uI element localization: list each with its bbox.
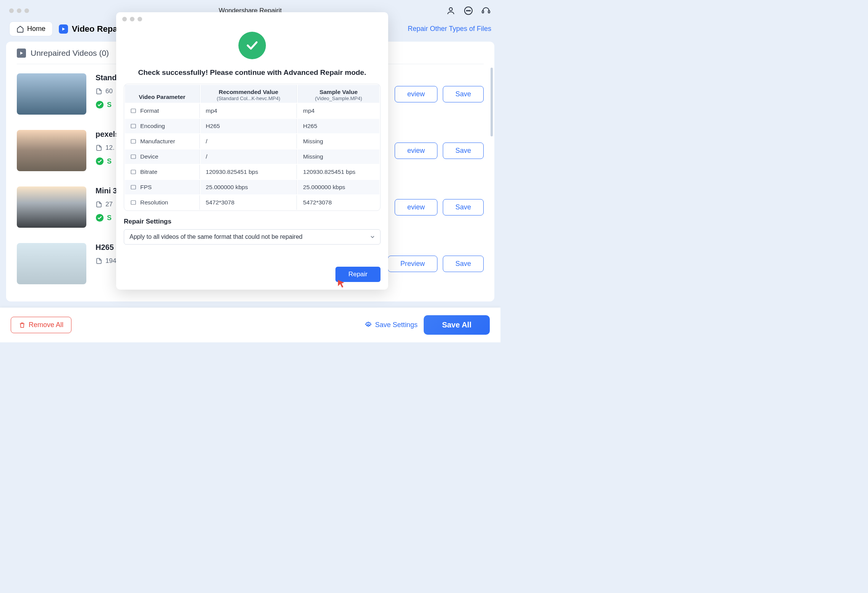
- table-row: Formatmp4mp4: [125, 104, 379, 118]
- preview-button[interactable]: eview: [395, 199, 437, 215]
- svg-point-2: [466, 10, 467, 11]
- messages-icon[interactable]: [463, 5, 474, 16]
- table-row: Bitrate120930.825451 bps120930.825451 bp…: [125, 165, 379, 179]
- home-button[interactable]: Home: [9, 21, 53, 36]
- scrollbar[interactable]: [491, 68, 493, 136]
- svg-rect-15: [131, 124, 136, 128]
- preview-button[interactable]: eview: [395, 143, 437, 159]
- video-thumbnail[interactable]: [17, 243, 86, 284]
- account-icon[interactable]: [445, 5, 456, 16]
- svg-rect-20: [131, 201, 136, 204]
- svg-rect-14: [131, 109, 136, 113]
- file-icon: [96, 201, 102, 208]
- parameter-table: Video Parameter Recommended Value(Standa…: [124, 84, 381, 211]
- col-recommended: Recommended Value(Standard Col...K-hevc.…: [201, 85, 297, 103]
- col-parameter: Video Parameter: [125, 85, 200, 103]
- gear-icon: [364, 321, 372, 329]
- preview-button[interactable]: Preview: [388, 256, 437, 272]
- file-icon: [96, 88, 102, 95]
- svg-point-4: [470, 10, 470, 11]
- modal-message: Check successfully! Please continue with…: [138, 68, 366, 77]
- repair-settings-select[interactable]: Apply to all videos of the same format t…: [124, 229, 381, 245]
- minimize-window-icon[interactable]: [17, 8, 21, 13]
- table-row: Resolution5472*30785472*3078: [125, 195, 379, 210]
- param-icon: [130, 169, 136, 175]
- close-window-icon[interactable]: [122, 17, 127, 21]
- svg-rect-16: [131, 139, 136, 143]
- success-check-icon: [238, 32, 266, 59]
- maximize-window-icon[interactable]: [24, 8, 29, 13]
- trash-icon: [19, 322, 26, 329]
- home-icon: [16, 25, 24, 33]
- save-button[interactable]: Save: [443, 199, 484, 215]
- param-icon: [130, 199, 136, 206]
- param-icon: [130, 108, 136, 114]
- table-row: Device/Missing: [125, 149, 379, 164]
- svg-point-3: [468, 10, 469, 11]
- param-icon: [130, 123, 136, 129]
- param-icon: [130, 184, 136, 190]
- tab-video-repair[interactable]: Video Repair: [59, 24, 123, 34]
- table-row: FPS25.000000 kbps25.000000 kbps: [125, 180, 379, 194]
- save-button[interactable]: Save: [443, 86, 484, 102]
- svg-rect-18: [131, 170, 136, 174]
- param-icon: [130, 138, 136, 144]
- advanced-repair-modal: Check successfully! Please continue with…: [116, 12, 388, 290]
- save-all-button[interactable]: Save All: [424, 315, 490, 335]
- chevron-down-icon: [370, 235, 375, 239]
- modal-titlebar: [116, 12, 388, 26]
- table-row: Manufacturer/Missing: [125, 134, 379, 149]
- minimize-window-icon[interactable]: [130, 17, 134, 21]
- repair-button[interactable]: Repair: [335, 267, 381, 282]
- video-thumbnail[interactable]: [17, 130, 86, 171]
- save-button[interactable]: Save: [443, 143, 484, 159]
- save-button[interactable]: Save: [443, 256, 484, 272]
- remove-all-button[interactable]: Remove All: [11, 317, 71, 333]
- home-label: Home: [27, 25, 45, 33]
- save-settings-button[interactable]: Save Settings: [364, 321, 418, 329]
- support-icon[interactable]: [481, 5, 491, 16]
- file-icon: [96, 144, 102, 151]
- tab-label: Video Repair: [72, 24, 123, 34]
- repair-other-link[interactable]: Repair Other Types of Files: [408, 25, 491, 33]
- close-window-icon[interactable]: [9, 8, 14, 13]
- maximize-window-icon[interactable]: [138, 17, 142, 21]
- video-thumbnail[interactable]: [17, 73, 86, 115]
- svg-rect-5: [482, 11, 484, 13]
- section-title: Unrepaired Videos (0): [31, 49, 109, 58]
- window-controls: [9, 8, 29, 13]
- check-circle-icon: [96, 100, 104, 109]
- svg-point-0: [449, 8, 452, 11]
- param-icon: [130, 154, 136, 160]
- repair-settings-label: Repair Settings: [124, 218, 381, 225]
- svg-rect-6: [488, 11, 490, 13]
- check-circle-icon: [96, 214, 104, 222]
- col-sample: Sample Value(Video_Sample.MP4): [298, 85, 379, 103]
- play-icon: [59, 24, 68, 34]
- footer: Remove All Save Settings Save All: [0, 308, 500, 342]
- svg-rect-19: [131, 185, 136, 189]
- repair-settings: Repair Settings Apply to all videos of t…: [124, 218, 381, 245]
- check-circle-icon: [96, 157, 104, 165]
- video-thumbnail[interactable]: [17, 186, 86, 228]
- file-icon: [96, 258, 102, 264]
- table-row: EncodingH265H265: [125, 119, 379, 133]
- svg-rect-17: [131, 155, 136, 159]
- video-icon: [17, 49, 26, 58]
- preview-button[interactable]: eview: [395, 86, 437, 102]
